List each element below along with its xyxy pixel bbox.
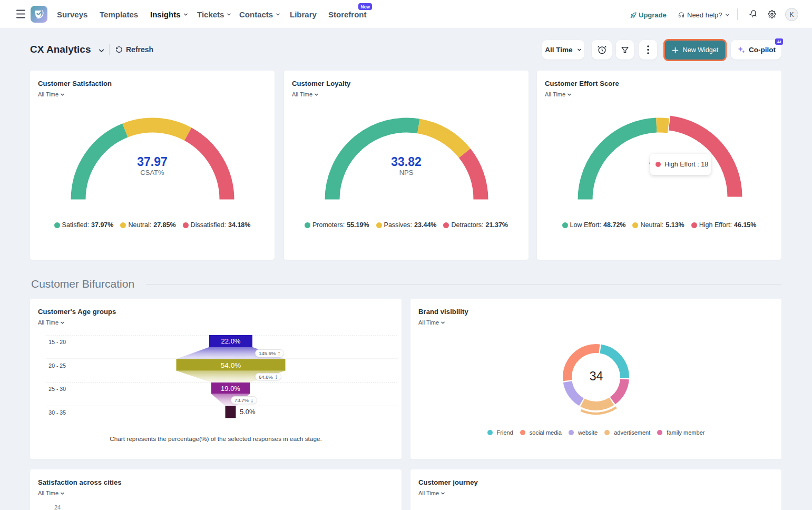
svg-text:15 - 20: 15 - 20 [48, 339, 66, 345]
svg-text:30 - 35: 30 - 35 [48, 409, 66, 416]
svg-text:22.0%: 22.0% [221, 337, 241, 345]
svg-text:54.0%: 54.0% [221, 361, 241, 369]
svg-text:34: 34 [590, 369, 603, 383]
svg-text:25 - 30: 25 - 30 [48, 386, 66, 392]
svg-text:20 - 25: 20 - 25 [48, 362, 66, 369]
svg-text:19.0%: 19.0% [221, 385, 240, 393]
svg-text:5.0%: 5.0% [240, 408, 256, 416]
